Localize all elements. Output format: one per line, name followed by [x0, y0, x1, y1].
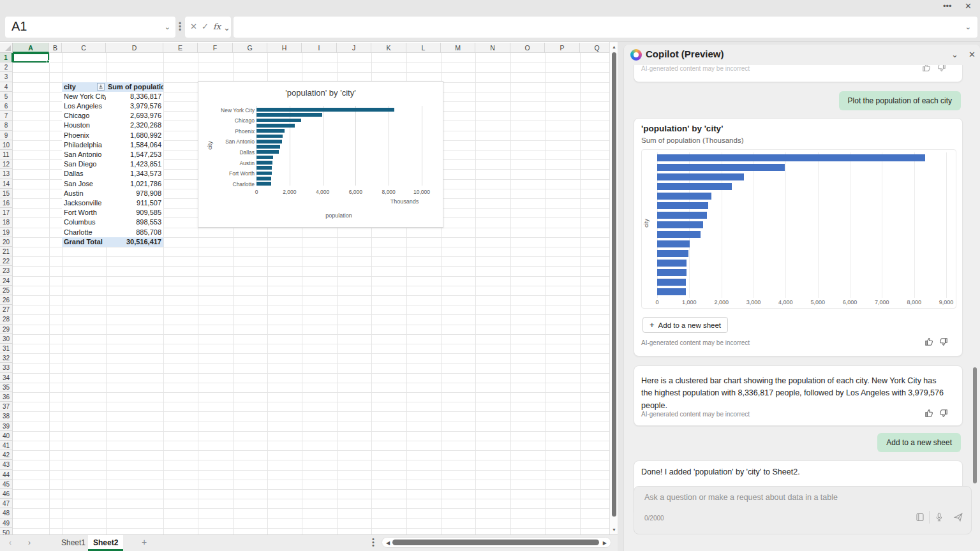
row-header-1[interactable]: 1 — [0, 53, 13, 62]
row-header-30[interactable]: 30 — [0, 334, 13, 344]
row-header-37[interactable]: 37 — [0, 402, 13, 411]
row-header-13[interactable]: 13 — [0, 169, 13, 179]
chart-bar[interactable] — [657, 164, 785, 171]
pivot-total-value[interactable]: 30,516,417 — [106, 237, 163, 247]
send-icon[interactable] — [953, 512, 963, 522]
cancel-entry-icon[interactable]: ✕ — [190, 22, 197, 31]
row-header-25[interactable]: 25 — [0, 286, 13, 295]
chart-bar[interactable] — [657, 240, 690, 247]
column-header-d[interactable]: D — [106, 43, 163, 53]
pivot-row-value[interactable]: 1,343,573 — [106, 169, 163, 179]
chart-bar[interactable] — [256, 140, 282, 143]
row-header-3[interactable]: 3 — [0, 72, 13, 82]
pivot-row-value[interactable]: 8,336,817 — [106, 92, 163, 101]
formula-kebab-icon[interactable]: ••• — [179, 22, 181, 32]
row-header-21[interactable]: 21 — [0, 247, 13, 256]
row-header-50[interactable]: 50 — [0, 528, 13, 534]
row-header-22[interactable]: 22 — [0, 256, 13, 266]
chart-bar[interactable] — [256, 172, 272, 175]
pivot-header-value[interactable]: Sum of population — [106, 82, 163, 92]
column-header-h[interactable]: H — [267, 43, 302, 53]
chart-bar[interactable] — [657, 231, 701, 238]
chart-bar[interactable] — [256, 145, 280, 149]
pivot-row-city[interactable]: Chicago — [62, 111, 106, 121]
thumbs-up-icon[interactable] — [924, 337, 934, 347]
pivot-row-city[interactable]: Charlotte — [62, 228, 106, 237]
row-header-36[interactable]: 36 — [0, 392, 13, 402]
chart-bar[interactable] — [256, 119, 301, 122]
microphone-icon[interactable] — [934, 512, 944, 522]
column-header-c[interactable]: C — [62, 43, 106, 53]
chart-bar[interactable] — [657, 154, 925, 161]
pivot-row-value[interactable]: 1,680,992 — [106, 131, 163, 140]
row-header-10[interactable]: 10 — [0, 140, 13, 150]
chart-bar[interactable] — [657, 212, 707, 219]
pivot-row-city[interactable]: Phoenix — [62, 131, 106, 140]
row-header-8[interactable]: 8 — [0, 121, 13, 130]
column-header-f[interactable]: F — [198, 43, 233, 53]
row-header-2[interactable]: 2 — [0, 62, 13, 72]
chart-bar[interactable] — [657, 183, 732, 190]
row-header-16[interactable]: 16 — [0, 198, 13, 208]
collapse-panel-icon[interactable]: ⌄ — [951, 50, 958, 59]
tab-bar-kebab-icon[interactable]: ••• — [372, 538, 375, 547]
chart-bar[interactable] — [256, 150, 279, 154]
pivot-row-city[interactable]: Los Angeles — [62, 101, 106, 111]
close-panel-icon[interactable]: ✕ — [969, 50, 976, 59]
row-header-20[interactable]: 20 — [0, 237, 13, 247]
row-header-4[interactable]: 4 — [0, 82, 13, 92]
horizontal-scrollbar[interactable]: ◀ ▶ — [382, 537, 611, 548]
tab-sheet1[interactable]: Sheet1 — [56, 535, 91, 551]
pivot-row-city[interactable]: Houston — [62, 121, 106, 130]
row-header-11[interactable]: 11 — [0, 150, 13, 159]
column-header-k[interactable]: K — [371, 43, 406, 53]
pivot-row-city[interactable]: Fort Worth — [62, 208, 106, 217]
pivot-row-value[interactable]: 885,708 — [106, 228, 163, 237]
row-header-26[interactable]: 26 — [0, 295, 13, 305]
row-header-46[interactable]: 46 — [0, 489, 13, 499]
pivot-row-city[interactable]: Austin — [62, 189, 106, 198]
chart-bar[interactable] — [256, 129, 285, 133]
fx-chevron-icon[interactable]: ⌄ — [223, 23, 230, 33]
pivot-row-value[interactable]: 911,507 — [106, 198, 163, 208]
pivot-row-city[interactable]: San Antonio — [62, 150, 106, 159]
thumbs-up-icon[interactable] — [924, 408, 934, 418]
add-to-new-sheet-button[interactable]: +Add to a new sheet — [642, 317, 728, 333]
chart-bar[interactable] — [657, 173, 744, 180]
pivot-row-value[interactable]: 1,423,851 — [106, 159, 163, 169]
more-options-icon[interactable]: ••• — [943, 1, 952, 11]
pivot-total-label[interactable]: Grand Total — [62, 237, 106, 247]
name-box-chevron-icon[interactable]: ⌄ — [165, 23, 170, 31]
pivot-row-city[interactable]: New York City — [62, 92, 106, 101]
fx-icon[interactable]: fx — [213, 22, 221, 31]
pivot-row-city[interactable]: San Jose — [62, 179, 106, 189]
select-all-corner[interactable] — [0, 43, 13, 53]
row-header-24[interactable]: 24 — [0, 276, 13, 286]
row-header-49[interactable]: 49 — [0, 518, 13, 528]
thumbs-down-icon[interactable] — [939, 337, 949, 347]
chart-bar[interactable] — [256, 108, 394, 112]
column-header-q[interactable]: Q — [580, 43, 609, 53]
pivot-row-city[interactable]: Dallas — [62, 169, 106, 179]
row-header-34[interactable]: 34 — [0, 373, 13, 383]
chart-bar[interactable] — [256, 177, 271, 180]
row-header-23[interactable]: 23 — [0, 266, 13, 276]
chart-bar[interactable] — [657, 193, 711, 200]
sheet-chart-object[interactable]: 'population' by 'city' 02,0004,0006,0008… — [198, 81, 443, 228]
column-header-o[interactable]: O — [510, 43, 545, 53]
row-header-12[interactable]: 12 — [0, 159, 13, 169]
chart-bar[interactable] — [657, 260, 687, 267]
fill-handle[interactable] — [47, 60, 50, 63]
pivot-row-city[interactable]: Philadelphia — [62, 140, 106, 150]
copilot-input-box[interactable]: 0/2000 — [634, 486, 972, 534]
row-header-18[interactable]: 18 — [0, 217, 13, 227]
pivot-row-value[interactable]: 1,584,064 — [106, 140, 163, 150]
formula-bar-input[interactable]: ⌄ — [234, 17, 977, 38]
row-header-6[interactable]: 6 — [0, 101, 13, 111]
column-header-m[interactable]: M — [441, 43, 475, 53]
row-header-9[interactable]: 9 — [0, 131, 13, 140]
row-header-38[interactable]: 38 — [0, 411, 13, 421]
row-header-39[interactable]: 39 — [0, 422, 13, 431]
pivot-row-city[interactable]: Jacksonville — [62, 198, 106, 208]
row-header-33[interactable]: 33 — [0, 363, 13, 372]
